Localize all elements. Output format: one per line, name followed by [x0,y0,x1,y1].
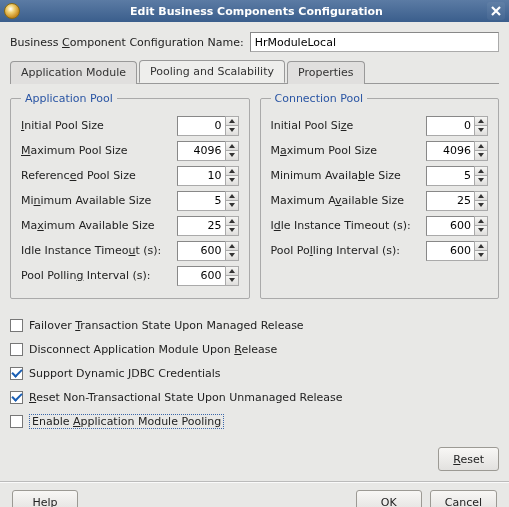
connection-pool-legend: Connection Pool [271,92,368,105]
reset-state-label: Reset Non-Transactional State Upon Unman… [29,391,343,404]
conn-initial-input[interactable] [426,116,474,136]
help-button[interactable]: Help [12,490,78,507]
app-initial-label: Initial Pool Size [21,119,177,132]
app-icon [4,3,20,19]
spin-up-icon[interactable] [225,191,239,201]
failover-checkbox[interactable] [10,319,23,332]
app-initial-spinner[interactable] [177,116,239,136]
spin-down-icon[interactable] [225,200,239,211]
app-minav-input[interactable] [177,191,225,211]
application-pool-legend: Application Pool [21,92,117,105]
conn-minav-label: Minimum Available Size [271,169,427,182]
disconnect-checkbox[interactable] [10,343,23,356]
conn-idle-input[interactable] [426,216,474,236]
app-ref-spinner[interactable] [177,166,239,186]
dialog-footer: Help OK Cancel [10,490,499,507]
reset-state-checkbox[interactable] [10,391,23,404]
config-name-input[interactable] [250,32,499,52]
app-maxav-label: Maximum Available Size [21,219,177,232]
conn-max-spinner[interactable] [426,141,488,161]
app-poll-input[interactable] [177,266,225,286]
conn-idle-label: Idle Instance Timeout (s): [271,219,427,232]
app-initial-input[interactable] [177,116,225,136]
spin-down-icon[interactable] [474,175,488,186]
conn-minav-input[interactable] [426,166,474,186]
reset-button[interactable]: Reset [438,447,499,471]
app-maxav-input[interactable] [177,216,225,236]
pooling-checkbox[interactable] [10,415,23,428]
close-button[interactable] [487,2,505,20]
spin-down-icon[interactable] [225,225,239,236]
app-poll-spinner[interactable] [177,266,239,286]
spin-up-icon[interactable] [474,216,488,226]
app-idle-input[interactable] [177,241,225,261]
conn-max-input[interactable] [426,141,474,161]
spin-up-icon[interactable] [474,166,488,176]
spin-up-icon[interactable] [474,116,488,126]
spin-down-icon[interactable] [474,225,488,236]
tab-bar: Application Module Pooling and Scalabili… [10,60,499,84]
conn-maxav-input[interactable] [426,191,474,211]
app-max-spinner[interactable] [177,141,239,161]
titlebar: Edit Business Components Configuration [0,0,509,22]
conn-max-label: Maximum Pool Size [271,144,427,157]
ok-button[interactable]: OK [356,490,422,507]
spin-down-icon[interactable] [225,125,239,136]
spin-up-icon[interactable] [474,191,488,201]
cancel-button[interactable]: Cancel [430,490,497,507]
checkbox-group: Failover Transaction State Upon Managed … [10,313,499,433]
tab-pooling-scalability[interactable]: Pooling and Scalability [139,60,285,83]
spin-down-icon[interactable] [225,250,239,261]
spin-up-icon[interactable] [225,141,239,151]
conn-initial-label: Initial Pool Size [271,119,427,132]
conn-maxav-label: Maximum Available Size [271,194,427,207]
app-maxav-spinner[interactable] [177,216,239,236]
connection-pool-group: Connection Pool Initial Pool Size Maximu… [260,92,500,299]
app-minav-label: Minimum Available Size [21,194,177,207]
app-max-input[interactable] [177,141,225,161]
disconnect-label: Disconnect Application Module Upon Relea… [29,343,277,356]
app-ref-label: Referenced Pool Size [21,169,177,182]
spin-up-icon[interactable] [225,241,239,251]
conn-poll-input[interactable] [426,241,474,261]
separator [0,481,509,482]
failover-label: Failover Transaction State Upon Managed … [29,319,304,332]
window-title: Edit Business Components Configuration [26,5,487,18]
close-icon [491,6,501,16]
pooling-focus: Enable Application Module Pooling [29,414,224,429]
conn-maxav-spinner[interactable] [426,191,488,211]
config-name-row: Business Component Configuration Name: [10,32,499,52]
app-idle-label: Idle Instance Timeout (s): [21,244,177,257]
jdbc-checkbox[interactable] [10,367,23,380]
conn-minav-spinner[interactable] [426,166,488,186]
spin-down-icon[interactable] [474,125,488,136]
config-name-label: Business Component Configuration Name: [10,36,244,49]
conn-initial-spinner[interactable] [426,116,488,136]
spin-up-icon[interactable] [225,166,239,176]
app-max-label: Maximum Pool Size [21,144,177,157]
spin-up-icon[interactable] [474,241,488,251]
spin-up-icon[interactable] [225,216,239,226]
spin-down-icon[interactable] [474,200,488,211]
conn-poll-spinner[interactable] [426,241,488,261]
pooling-label: Enable Application Module Pooling [32,415,221,428]
spin-down-icon[interactable] [474,150,488,161]
app-poll-label: Pool Polling Interval (s): [21,269,177,282]
app-minav-spinner[interactable] [177,191,239,211]
app-idle-spinner[interactable] [177,241,239,261]
tab-application-module[interactable]: Application Module [10,61,137,84]
spin-down-icon[interactable] [225,175,239,186]
conn-idle-spinner[interactable] [426,216,488,236]
spin-down-icon[interactable] [225,275,239,286]
conn-poll-label: Pool Polling Interval (s): [271,244,427,257]
spin-up-icon[interactable] [225,116,239,126]
application-pool-group: Application Pool Initial Pool Size Maxim… [10,92,250,299]
jdbc-label: Support Dynamic JDBC Credentials [29,367,221,380]
spin-up-icon[interactable] [225,266,239,276]
spin-down-icon[interactable] [474,250,488,261]
tab-properties[interactable]: Properties [287,61,365,84]
spin-down-icon[interactable] [225,150,239,161]
spin-up-icon[interactable] [474,141,488,151]
app-ref-input[interactable] [177,166,225,186]
